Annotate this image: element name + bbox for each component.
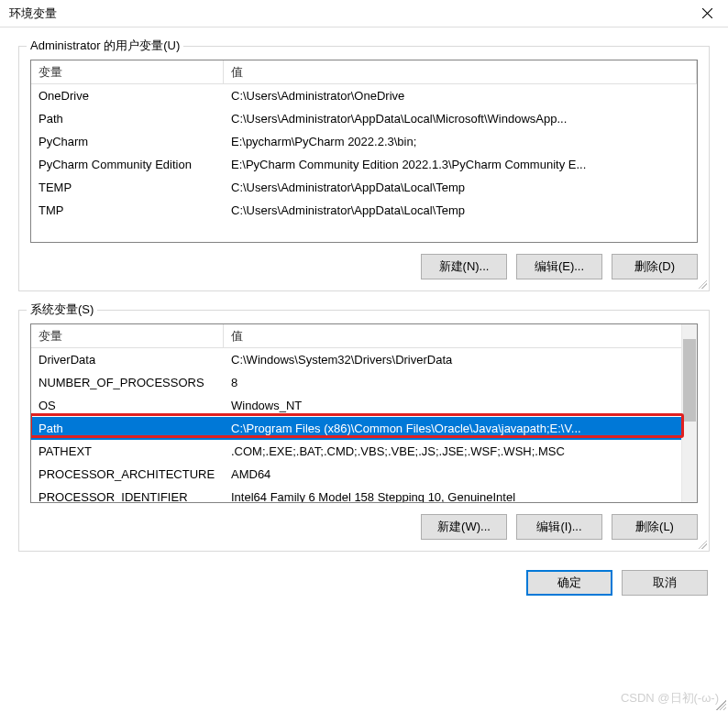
cell-variable: Path	[31, 110, 224, 127]
cell-variable: PROCESSOR_IDENTIFIER	[31, 488, 224, 503]
table-row[interactable]: PROCESSOR_ARCHITECTUREAMD64	[31, 463, 697, 486]
cell-value: 8	[224, 374, 697, 391]
user-rows: OneDriveC:\Users\Administrator\OneDriveP…	[31, 84, 697, 222]
system-list-header: 变量 值	[31, 324, 697, 348]
user-variables-list[interactable]: 变量 值 OneDriveC:\Users\Administrator\OneD…	[30, 60, 698, 243]
cell-variable: NUMBER_OF_PROCESSORS	[31, 374, 224, 391]
scrollbar-vertical[interactable]	[681, 324, 697, 502]
system-buttons: 新建(W)... 编辑(I)... 删除(L)	[30, 514, 698, 540]
table-row[interactable]: PathC:\Program Files (x86)\Common Files\…	[31, 417, 697, 440]
cell-value: C:\Windows\System32\Drivers\DriverData	[224, 351, 697, 368]
table-row[interactable]: NUMBER_OF_PROCESSORS8	[31, 371, 697, 394]
table-row[interactable]: TMPC:\Users\Administrator\AppData\Local\…	[31, 199, 697, 222]
system-edit-button[interactable]: 编辑(I)...	[516, 514, 602, 540]
cell-variable: DriverData	[31, 351, 224, 368]
cell-value: C:\Users\Administrator\OneDrive	[224, 87, 697, 104]
cell-value: C:\Users\Administrator\AppData\Local\Tem…	[224, 202, 697, 219]
window-resize-grip[interactable]	[713, 697, 726, 710]
resize-grip-icon	[696, 278, 707, 289]
cell-variable: TEMP	[31, 179, 224, 196]
table-row[interactable]: PathC:\Users\Administrator\AppData\Local…	[31, 107, 697, 130]
header-variable[interactable]: 变量	[31, 60, 224, 83]
header-value[interactable]: 值	[224, 324, 697, 347]
cell-value: Windows_NT	[224, 397, 697, 414]
cell-variable: OneDrive	[31, 87, 224, 104]
cell-variable: OS	[31, 397, 224, 414]
cell-variable: Path	[31, 420, 224, 437]
system-group-label: 系统变量(S)	[27, 301, 97, 318]
cell-value: C:\Users\Administrator\AppData\Local\Tem…	[224, 179, 697, 196]
table-row[interactable]: OneDriveC:\Users\Administrator\OneDrive	[31, 84, 697, 107]
dialog-content: Administrator 的用户变量(U) 变量 值 OneDriveC:\U…	[0, 27, 728, 608]
cell-variable: PATHEXT	[31, 443, 224, 460]
cell-value: E:\PyCharm Community Edition 2022.1.3\Py…	[224, 156, 697, 173]
cell-value: .COM;.EXE;.BAT;.CMD;.VBS;.VBE;.JS;.JSE;.…	[224, 443, 697, 460]
cell-variable: PROCESSOR_ARCHITECTURE	[31, 466, 224, 483]
user-list-header: 变量 值	[31, 60, 697, 84]
watermark: CSDN @日初(-ω-)	[621, 690, 719, 707]
table-row[interactable]: PROCESSOR_IDENTIFIERIntel64 Family 6 Mod…	[31, 486, 697, 503]
window-title: 环境变量	[9, 5, 57, 22]
user-buttons: 新建(N)... 编辑(E)... 删除(D)	[30, 254, 698, 279]
user-edit-button[interactable]: 编辑(E)...	[516, 254, 602, 279]
scrollbar-thumb[interactable]	[683, 339, 696, 422]
header-value[interactable]: 值	[224, 60, 697, 83]
cell-variable: PyCharm	[31, 133, 224, 150]
close-button[interactable]	[686, 0, 728, 27]
user-new-button[interactable]: 新建(N)...	[421, 254, 507, 279]
table-row[interactable]: DriverDataC:\Windows\System32\Drivers\Dr…	[31, 348, 697, 371]
table-row[interactable]: OSWindows_NT	[31, 394, 697, 417]
header-variable[interactable]: 变量	[31, 324, 224, 347]
system-rows: DriverDataC:\Windows\System32\Drivers\Dr…	[31, 348, 697, 503]
user-group-label: Administrator 的用户变量(U)	[27, 38, 183, 54]
close-icon	[702, 8, 712, 18]
user-variables-group: Administrator 的用户变量(U) 变量 值 OneDriveC:\U…	[18, 46, 710, 291]
cancel-button[interactable]: 取消	[622, 570, 708, 596]
cell-value: C:\Program Files (x86)\Common Files\Orac…	[224, 420, 697, 437]
system-delete-button[interactable]: 删除(L)	[612, 514, 698, 540]
cell-variable: PyCharm Community Edition	[31, 156, 224, 173]
ok-button[interactable]: 确定	[526, 570, 612, 596]
system-variables-list[interactable]: 变量 值 DriverDataC:\Windows\System32\Drive…	[30, 323, 698, 503]
system-new-button[interactable]: 新建(W)...	[421, 514, 507, 540]
table-row[interactable]: TEMPC:\Users\Administrator\AppData\Local…	[31, 176, 697, 199]
resize-grip-icon	[696, 538, 707, 549]
dialog-buttons: 确定 取消	[18, 570, 710, 596]
cell-value: E:\pycharm\PyCharm 2022.2.3\bin;	[224, 133, 697, 150]
cell-value: C:\Users\Administrator\AppData\Local\Mic…	[224, 110, 697, 127]
cell-value: AMD64	[224, 466, 697, 483]
titlebar: 环境变量	[0, 0, 728, 27]
user-delete-button[interactable]: 删除(D)	[612, 254, 698, 279]
table-row[interactable]: PATHEXT.COM;.EXE;.BAT;.CMD;.VBS;.VBE;.JS…	[31, 440, 697, 463]
table-row[interactable]: PyCharmE:\pycharm\PyCharm 2022.2.3\bin;	[31, 130, 697, 153]
table-row[interactable]: PyCharm Community EditionE:\PyCharm Comm…	[31, 153, 697, 176]
cell-variable: TMP	[31, 202, 224, 219]
cell-value: Intel64 Family 6 Model 158 Stepping 10, …	[224, 488, 697, 503]
system-variables-group: 系统变量(S) 变量 值 DriverDataC:\Windows\System…	[18, 310, 710, 552]
